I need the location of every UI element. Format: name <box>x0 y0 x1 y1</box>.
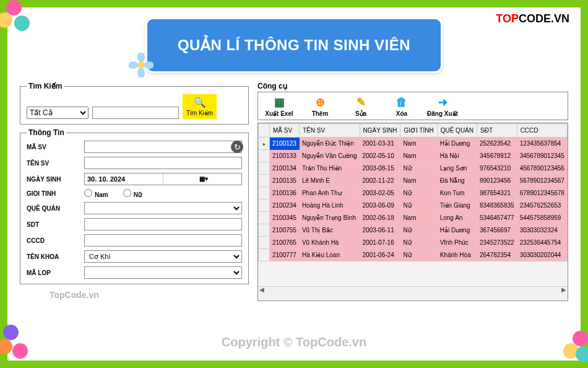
table-cell[interactable]: 2100765 <box>270 237 300 249</box>
table-cell[interactable]: Nguyễn Văn Cường <box>299 150 360 162</box>
table-cell[interactable]: Phan Anh Thư <box>299 187 360 199</box>
table-cell[interactable]: 6789012345678 <box>517 187 567 199</box>
cccd-input[interactable] <box>84 234 242 247</box>
table-cell[interactable]: Đà Nẵng <box>437 175 477 187</box>
table-cell[interactable]: Vĩnh Phúc <box>437 237 477 249</box>
table-cell[interactable]: 5346457477 <box>477 212 517 224</box>
table-cell[interactable]: 2100345 <box>270 212 300 224</box>
table-row[interactable]: 2100135Lê Minh E2002-11-22NamĐà Nẵng8901… <box>259 175 568 187</box>
horizontal-scrollbar[interactable] <box>258 286 568 296</box>
table-cell[interactable]: 2002-05-10 <box>360 150 400 162</box>
table-cell[interactable]: Vũ Khánh Hà <box>299 237 360 249</box>
row-header[interactable] <box>259 150 270 162</box>
radio-nam[interactable]: Nam <box>84 189 108 198</box>
column-header[interactable]: MÃ SV <box>270 124 300 138</box>
table-cell[interactable]: 367456697 <box>477 224 517 237</box>
table-cell[interactable]: Lạng Sơn <box>437 162 477 175</box>
table-cell[interactable]: 234576252653 <box>517 199 567 212</box>
table-cell[interactable]: 232536445754 <box>517 237 567 249</box>
table-cell[interactable]: 976543210 <box>477 162 517 175</box>
table-row[interactable]: 2100777Hà Kiều Loan2001-06-24NữKhánh Hòa… <box>259 249 568 261</box>
search-input[interactable] <box>92 107 179 119</box>
malop-select[interactable] <box>84 266 242 279</box>
table-cell[interactable]: 2002-06-18 <box>360 212 400 224</box>
table-cell[interactable]: Hoàng Hà Linh <box>299 199 360 212</box>
table-cell[interactable]: Kon Tum <box>437 187 477 199</box>
table-cell[interactable]: 5678901234567 <box>517 175 567 187</box>
table-cell[interactable]: Nam <box>400 175 437 187</box>
table-cell[interactable]: 2003-02-05 <box>360 187 400 199</box>
table-row[interactable]: 2100234Hoàng Hà Linh2003-06-09NữTiền Gia… <box>259 199 568 212</box>
table-cell[interactable]: Nguyễn Trọng Bình <box>299 212 360 224</box>
quequan-select[interactable] <box>84 202 242 214</box>
table-cell[interactable]: Nam <box>400 212 437 224</box>
row-header[interactable] <box>259 237 270 249</box>
table-cell[interactable]: 2345273522 <box>477 237 517 249</box>
table-cell[interactable]: Nữ <box>400 199 437 212</box>
table-cell[interactable]: Lê Minh E <box>299 175 360 187</box>
table-cell[interactable]: 2001-03-31 <box>360 138 400 150</box>
row-header[interactable] <box>259 162 270 175</box>
row-header[interactable] <box>259 175 270 187</box>
table-cell[interactable]: 3456789012345 <box>517 150 567 162</box>
table-cell[interactable]: 4567890123456 <box>517 162 567 175</box>
add-button[interactable]: ⊕ Thêm <box>303 95 337 117</box>
column-header[interactable]: GIỚI TÍNH <box>400 124 437 138</box>
table-cell[interactable]: 264782354 <box>477 249 517 261</box>
table-cell[interactable]: Hà Nội <box>437 150 477 162</box>
table-cell[interactable]: 2003-08-15 <box>360 162 400 175</box>
row-header[interactable] <box>259 187 270 199</box>
table-cell[interactable]: Nguyễn Đức Thiện <box>299 138 360 150</box>
row-header[interactable] <box>259 138 270 150</box>
radio-nu[interactable]: Nữ <box>123 189 142 198</box>
table-cell[interactable]: 2003-06-09 <box>360 199 400 212</box>
column-header[interactable]: NGÀY SINH <box>360 124 400 138</box>
table-cell[interactable]: 890123456 <box>477 175 517 187</box>
table-cell[interactable]: Trần Thu Hiền <box>299 162 360 175</box>
table-row[interactable]: 2100133Nguyễn Văn Cường2002-05-10NamHà N… <box>259 150 568 162</box>
table-cell[interactable]: 30303032324 <box>517 224 567 237</box>
table-cell[interactable]: 2100133 <box>270 150 300 162</box>
table-cell[interactable]: Hà Kiều Loan <box>299 249 360 261</box>
edit-button[interactable]: ✎ Sửa <box>344 95 378 117</box>
table-row[interactable]: 2100134Trần Thu Hiền2003-08-15NữLạng Sơn… <box>259 162 568 175</box>
table-cell[interactable]: Nữ <box>400 249 437 261</box>
masv-input[interactable] <box>84 141 242 153</box>
table-cell[interactable]: 8348365835 <box>477 199 517 212</box>
table-cell[interactable]: 2001-06-24 <box>360 249 400 261</box>
column-header[interactable]: TÊN SV <box>299 124 360 138</box>
table-cell[interactable]: 2002-11-22 <box>360 175 400 187</box>
table-cell[interactable]: 2100134 <box>270 162 300 175</box>
table-cell[interactable]: 544575858959 <box>517 212 567 224</box>
table-cell[interactable]: Khánh Hòa <box>437 249 477 261</box>
table-cell[interactable]: Hải Dương <box>437 138 477 150</box>
table-cell[interactable]: Nữ <box>400 187 437 199</box>
row-header[interactable] <box>259 212 270 224</box>
column-header[interactable]: SĐT <box>477 124 517 138</box>
table-cell[interactable]: Nữ <box>400 237 437 249</box>
table-row[interactable]: 2100123Nguyễn Đức Thiện2001-03-31NamHải … <box>259 138 568 150</box>
tenkhoa-select[interactable]: Cơ Khí <box>84 250 242 263</box>
export-excel-button[interactable]: ▦ Xuất Exel <box>262 95 296 117</box>
search-button[interactable]: 🔍 Tìm Kiếm <box>183 94 217 119</box>
logout-button[interactable]: ➜ Đăng Xuất <box>425 95 460 117</box>
table-cell[interactable]: Nữ <box>400 162 437 175</box>
table-row[interactable]: 2100765Vũ Khánh Hà2001-07-16NữVĩnh Phúc2… <box>259 237 568 249</box>
table-row[interactable]: 2100345Nguyễn Trọng Bình2002-06-18NamLon… <box>259 212 568 224</box>
delete-button[interactable]: 🗑 Xóa <box>384 95 419 117</box>
table-cell[interactable]: 2100135 <box>270 175 300 187</box>
row-header[interactable] <box>259 224 270 237</box>
table-cell[interactable]: Hải Dương <box>437 224 477 237</box>
row-header[interactable] <box>259 199 270 212</box>
search-filter-select[interactable]: Tất Cả <box>27 107 89 119</box>
ngaysinh-datepicker[interactable]: 30. 10. 2024 ▦▾ <box>84 173 242 185</box>
table-cell[interactable]: 252623542 <box>477 138 517 150</box>
column-header[interactable]: QUÊ QUÁN <box>437 124 477 138</box>
sdt-input[interactable] <box>84 218 242 230</box>
table-cell[interactable]: Nam <box>400 138 437 150</box>
table-row[interactable]: 2100136Phan Anh Thư2003-02-05NữKon Tum98… <box>259 187 568 199</box>
column-header[interactable]: CCCD <box>517 124 567 138</box>
table-cell[interactable]: Nữ <box>400 224 437 237</box>
table-cell[interactable]: 987654321 <box>477 187 517 199</box>
tensv-input[interactable] <box>84 157 242 169</box>
